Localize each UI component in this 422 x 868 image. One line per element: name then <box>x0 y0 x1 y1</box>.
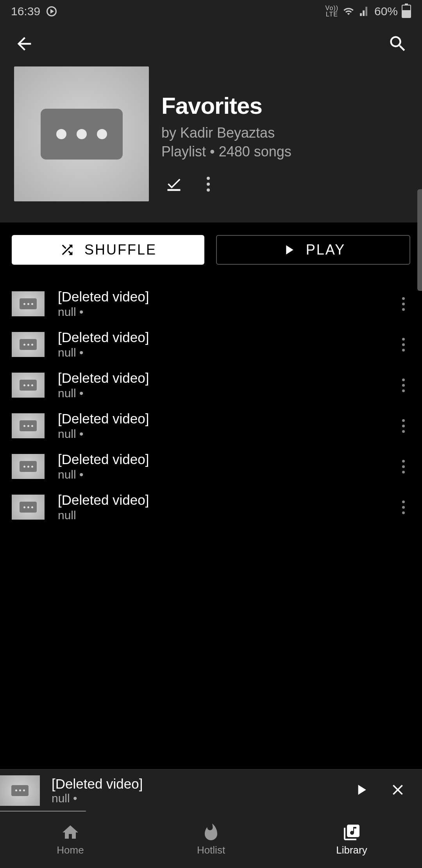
shuffle-label: SHUFFLE <box>84 242 157 258</box>
song-more-button[interactable] <box>397 373 410 398</box>
signal-icon <box>359 6 370 17</box>
song-title: [Deleted video] <box>58 330 383 345</box>
action-buttons: SHUFFLE PLAY <box>0 222 422 277</box>
song-sub: null • <box>58 427 383 441</box>
playing-indicator-icon <box>46 6 57 16</box>
song-thumb <box>12 413 45 438</box>
mini-player-sub: null • <box>52 792 352 805</box>
song-sub: null • <box>58 305 383 319</box>
song-thumb <box>12 332 45 357</box>
song-sub: null • <box>58 468 383 481</box>
status-bar: 16:39 Vo))LTE 60% <box>0 0 422 23</box>
song-title: [Deleted video] <box>58 452 383 467</box>
song-more-button[interactable] <box>397 454 410 479</box>
song-thumb <box>12 373 45 398</box>
song-more-button[interactable] <box>397 414 410 438</box>
song-sub: null • <box>58 387 383 400</box>
nav-home[interactable]: Home <box>0 811 141 868</box>
battery-percentage: 60% <box>374 5 398 18</box>
battery-icon <box>402 5 411 18</box>
nav-library[interactable]: Library <box>281 811 422 868</box>
song-more-button[interactable] <box>397 495 410 520</box>
mini-play-button[interactable] <box>352 781 370 800</box>
status-time: 16:39 <box>11 5 40 18</box>
song-title: [Deleted video] <box>58 492 383 508</box>
song-row[interactable]: [Deleted video] null <box>0 487 422 527</box>
song-thumb <box>12 454 45 479</box>
wifi-icon <box>342 6 355 17</box>
song-more-button[interactable] <box>397 292 410 316</box>
song-row[interactable]: [Deleted video] null • <box>0 365 422 405</box>
mini-player[interactable]: [Deleted video] null • <box>0 769 422 811</box>
song-row[interactable]: [Deleted video] null • <box>0 283 422 324</box>
scrollbar[interactable] <box>417 189 422 291</box>
song-sub: null <box>58 509 383 522</box>
song-sub: null • <box>58 346 383 359</box>
play-button[interactable]: PLAY <box>216 235 410 265</box>
shuffle-button[interactable]: SHUFFLE <box>12 235 204 265</box>
song-thumb <box>12 495 45 520</box>
song-title: [Deleted video] <box>58 370 383 386</box>
back-button[interactable] <box>14 34 34 56</box>
song-row[interactable]: [Deleted video] null • <box>0 324 422 365</box>
playlist-byline: by Kadir Beyaztas <box>161 125 291 141</box>
bottom-nav: Home Hotlist Library <box>0 811 422 868</box>
song-list[interactable]: [Deleted video] null • [Deleted video] n… <box>0 277 422 534</box>
playlist-header: Favorites by Kadir Beyaztas Playlist • 2… <box>0 66 422 222</box>
song-title: [Deleted video] <box>58 411 383 427</box>
song-more-button[interactable] <box>397 332 410 357</box>
playlist-cover[interactable] <box>14 66 149 201</box>
song-row[interactable]: [Deleted video] null • <box>0 405 422 446</box>
app-bar <box>0 23 422 66</box>
mini-player-title: [Deleted video] <box>52 776 352 792</box>
saved-check-button[interactable] <box>165 175 182 194</box>
mini-player-thumb <box>0 775 40 806</box>
search-button[interactable] <box>388 34 408 56</box>
song-thumb <box>12 291 45 316</box>
song-row[interactable]: [Deleted video] null • <box>0 446 422 487</box>
mini-close-button[interactable] <box>389 781 406 800</box>
playlist-subline: Playlist • 2480 songs <box>161 143 291 160</box>
song-title: [Deleted video] <box>58 289 383 305</box>
play-label: PLAY <box>306 242 345 258</box>
playlist-more-button[interactable] <box>205 175 211 193</box>
lte-icon: Vo))LTE <box>325 5 338 18</box>
nav-hotlist[interactable]: Hotlist <box>141 811 281 868</box>
svg-rect-0 <box>168 189 181 191</box>
playlist-title: Favorites <box>161 92 291 119</box>
